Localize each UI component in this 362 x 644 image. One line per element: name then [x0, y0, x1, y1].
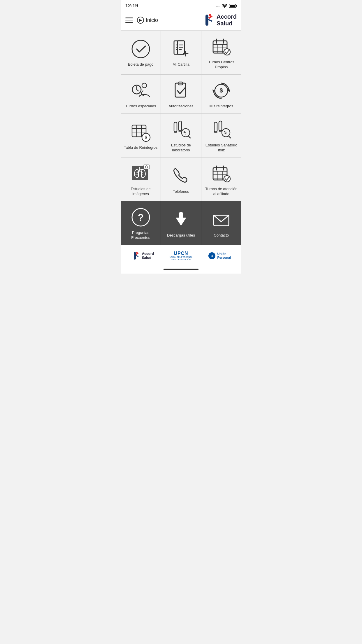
estudios-sanatorio-label: Estudios Sanatorio Itoiz — [204, 143, 239, 153]
svg-rect-51 — [214, 122, 217, 132]
estudios-lab-icon — [171, 120, 191, 140]
estudios-sanatorio-icon — [211, 120, 231, 140]
svg-text:$: $ — [220, 87, 223, 94]
app-logo: Accord Salud — [202, 13, 237, 27]
footer-upcn-subtext: UNIÓN DEL PERSONAL CIVIL DE LA NACIÓN — [169, 256, 193, 260]
grid-item-turnos-atencion[interactable]: Turnos de atención al afiliado — [201, 158, 241, 201]
grid-item-tabla-reintegros[interactable]: $ Tabla de Reintegros — [121, 114, 161, 158]
grid-item-estudios-lab[interactable]: Estudios de laboratorio — [161, 114, 201, 158]
autorizaciones-label: Autorizaciones — [168, 104, 193, 109]
mi-cartilla-label: Mi Cartilla — [173, 62, 189, 67]
turnos-atencion-icon — [211, 163, 231, 184]
grid-item-mi-cartilla[interactable]: Mi Cartilla — [161, 31, 201, 74]
grid-item-estudios-imagenes[interactable]: Estudios de imágenes — [121, 158, 161, 201]
dark-services-section: ? Preguntas Frecuentes Descargas útiles … — [121, 201, 241, 245]
footer-union-personal: U Unión Personal — [200, 252, 238, 260]
svg-point-30 — [142, 83, 147, 88]
grid-item-boleta-pago[interactable]: Boleta de pago — [121, 31, 161, 74]
svg-point-3 — [209, 14, 211, 16]
svg-point-26 — [224, 49, 230, 55]
inicio-arrow-icon: ▶ — [137, 17, 144, 24]
grid-item-turnos-centros[interactable]: Turnos Centros Propios — [201, 31, 241, 74]
descargas-utiles-icon — [171, 210, 191, 230]
app-header: ▶ Inicio Accord Salud — [121, 10, 241, 31]
descargas-utiles-label: Descargas útiles — [167, 233, 195, 238]
svg-rect-2 — [230, 5, 235, 7]
inicio-button[interactable]: ▶ Inicio — [137, 17, 158, 24]
grid-item-autorizaciones[interactable]: Autorizaciones — [161, 75, 201, 113]
turnos-atencion-label: Turnos de atención al afiliado — [204, 187, 239, 197]
tabla-reintegros-icon: $ — [131, 122, 151, 142]
svg-line-56 — [229, 136, 231, 138]
svg-marker-73 — [176, 218, 186, 226]
estudios-lab-label: Estudios de laboratorio — [163, 143, 198, 153]
footer-union-personal-text: Unión Personal — [217, 252, 231, 260]
dark-item-descargas[interactable]: Descargas útiles — [161, 201, 201, 245]
svg-point-48 — [179, 130, 182, 132]
home-indicator — [121, 266, 241, 274]
tabla-reintegros-label: Tabla de Reintegros — [124, 145, 158, 150]
hamburger-menu[interactable] — [125, 18, 133, 23]
footer-union-icon: U — [208, 252, 216, 260]
svg-text:$: $ — [145, 135, 147, 140]
dark-item-preguntas[interactable]: ? Preguntas Frecuentes — [121, 201, 161, 245]
footer-accord-icon — [131, 251, 140, 261]
services-grid: Boleta de pago — [121, 31, 241, 201]
boleta-pago-label: Boleta de pago — [128, 62, 153, 67]
main-grid-section: Boleta de pago — [121, 31, 241, 201]
grid-item-telefonos[interactable]: Teléfonos — [161, 158, 201, 201]
inicio-label: Inicio — [146, 17, 158, 23]
header-left: ▶ Inicio — [125, 17, 158, 24]
svg-line-29 — [137, 90, 138, 91]
status-time: 12:19 — [125, 3, 138, 9]
turnos-centros-label: Turnos Centros Propios — [204, 60, 239, 70]
mi-cartilla-icon — [171, 39, 191, 59]
contacto-icon — [211, 210, 231, 230]
boleta-pago-icon — [131, 39, 151, 59]
accord-salud-logo-icon — [202, 14, 215, 27]
signal-dots-icon: ···· — [216, 4, 220, 8]
mis-reintegros-label: Mis reintegros — [210, 104, 233, 109]
svg-rect-74 — [179, 212, 183, 219]
svg-point-70 — [224, 176, 230, 182]
svg-rect-45 — [174, 122, 177, 132]
svg-text:?: ? — [138, 212, 144, 223]
svg-point-76 — [136, 252, 137, 253]
svg-point-31 — [143, 95, 144, 96]
footer-union-personal-logo: U Unión Personal — [208, 252, 231, 260]
wifi-icon — [222, 4, 227, 8]
preguntas-frecuentes-icon: ? — [131, 207, 151, 228]
battery-icon — [229, 4, 237, 8]
svg-rect-47 — [179, 121, 182, 131]
estudios-imagenes-label: Estudios de imágenes — [123, 187, 158, 197]
footer-upcn-text: UPCN — [169, 251, 193, 256]
grid-item-turnos-especiales[interactable]: Turnos especiales — [121, 75, 161, 113]
preguntas-frecuentes-label: Preguntas Frecuentes — [123, 230, 158, 240]
footer-accord-text: Accord Salud — [142, 252, 154, 260]
footer-accord-salud: Accord Salud — [124, 251, 162, 261]
telefonos-label: Teléfonos — [173, 189, 189, 194]
footer-accord-logo: Accord Salud — [131, 251, 154, 261]
svg-point-52 — [214, 131, 217, 133]
estudios-imagenes-icon — [131, 163, 151, 184]
svg-rect-53 — [219, 121, 222, 131]
svg-rect-1 — [236, 5, 237, 7]
turnos-especiales-label: Turnos especiales — [125, 104, 156, 109]
status-icons: ···· — [216, 4, 237, 8]
dark-item-contacto[interactable]: Contacto — [201, 201, 241, 245]
svg-point-4 — [132, 40, 150, 58]
svg-point-46 — [174, 131, 177, 133]
footer-upcn: UPCN UNIÓN DEL PERSONAL CIVIL DE LA NACI… — [162, 251, 200, 260]
home-bar — [164, 269, 198, 270]
grid-item-estudios-sanatorio[interactable]: Estudios Sanatorio Itoiz — [201, 114, 241, 158]
svg-rect-59 — [144, 165, 150, 169]
grid-item-mis-reintegros[interactable]: $ Mis reintegros — [201, 75, 241, 113]
contacto-label: Contacto — [214, 233, 229, 238]
turnos-especiales-icon — [131, 80, 151, 101]
svg-point-54 — [219, 130, 222, 132]
logo-text: Accord Salud — [217, 13, 237, 27]
status-bar: 12:19 ···· — [121, 0, 241, 10]
turnos-centros-icon — [211, 36, 231, 57]
svg-line-50 — [189, 136, 190, 138]
footer: Accord Salud UPCN UNIÓN DEL PERSONAL CIV… — [121, 245, 241, 266]
